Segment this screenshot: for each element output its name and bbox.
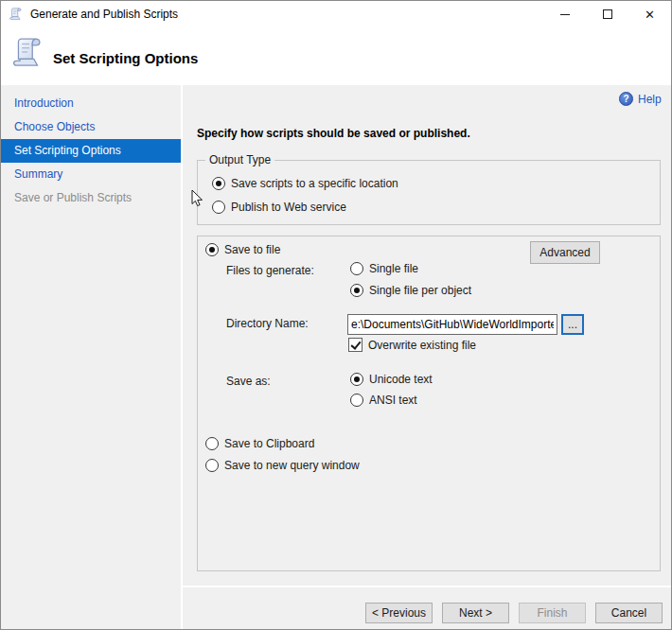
title-bar[interactable]: Generate and Publish Scripts ✕ (1, 1, 671, 27)
output-type-legend: Output Type (205, 153, 274, 166)
close-icon: ✕ (645, 9, 655, 21)
window-controls: ✕ (543, 1, 671, 27)
scroll-icon-large (10, 35, 46, 71)
directory-name-input[interactable] (347, 314, 557, 335)
minimize-button[interactable] (543, 1, 586, 27)
directory-name-label: Directory Name: (226, 317, 309, 330)
previous-button[interactable]: < Previous (365, 603, 433, 623)
radio-icon (350, 284, 363, 297)
radio-icon (205, 459, 219, 472)
checkbox-icon (348, 338, 363, 352)
sidebar-item-summary[interactable]: Summary (1, 163, 181, 186)
cancel-button[interactable]: Cancel (595, 603, 663, 623)
wizard-header: Set Scripting Options (1, 27, 671, 85)
help-link[interactable]: ? Help (619, 92, 662, 106)
sidebar-item-choose-objects[interactable]: Choose Objects (1, 115, 181, 139)
radio-unicode-text[interactable]: Unicode text (350, 373, 433, 386)
radio-single-file-per-object[interactable]: Single file per object (350, 284, 471, 297)
radio-icon (350, 394, 363, 407)
radio-save-scripts-location[interactable]: Save scripts to a specific location (212, 177, 398, 190)
advanced-button[interactable]: Advanced (530, 241, 600, 264)
footer-bar: < Previous Next > Finish Cancel (183, 587, 672, 630)
radio-save-to-file[interactable]: Save to file (205, 243, 280, 256)
generate-and-publish-scripts-dialog: Generate and Publish Scripts ✕ (0, 0, 672, 630)
save-as-label: Save as: (226, 375, 271, 388)
main-panel: ? Help Specify how scripts should be sav… (183, 85, 672, 586)
radio-ansi-text[interactable]: ANSI text (350, 394, 417, 407)
sidebar-item-save-or-publish[interactable]: Save or Publish Scripts (1, 186, 181, 210)
radio-save-to-new-query-window[interactable]: Save to new query window (205, 459, 360, 472)
save-options-group: Save to file Advanced Files to generate:… (197, 236, 661, 571)
radio-icon (212, 201, 225, 214)
radio-publish-web-service[interactable]: Publish to Web service (212, 201, 346, 214)
output-type-group: Output Type Save scripts to a specific l… (197, 160, 661, 225)
radio-save-to-clipboard[interactable]: Save to Clipboard (205, 437, 314, 450)
close-button[interactable]: ✕ (628, 1, 671, 27)
next-button[interactable]: Next > (442, 603, 509, 623)
radio-single-file[interactable]: Single file (350, 262, 418, 275)
sidebar-item-set-scripting-options[interactable]: Set Scripting Options (1, 139, 181, 163)
radio-icon (212, 177, 225, 190)
radio-icon (205, 437, 219, 450)
help-label: Help (638, 93, 662, 106)
minimize-icon (560, 14, 570, 15)
sidebar-item-introduction[interactable]: Introduction (1, 92, 181, 115)
page-instruction: Specify how scripts should be saved or p… (197, 127, 470, 140)
radio-icon (350, 373, 363, 386)
maximize-button[interactable] (586, 1, 628, 27)
page-title: Set Scripting Options (53, 50, 198, 66)
maximize-icon (603, 9, 612, 19)
radio-icon (350, 262, 363, 275)
window-title: Generate and Publish Scripts (30, 8, 178, 21)
wizard-steps-sidebar: Introduction Choose Objects Set Scriptin… (1, 85, 181, 629)
files-to-generate-label: Files to generate: (226, 264, 314, 277)
help-icon: ? (619, 92, 633, 106)
overwrite-existing-file-checkbox[interactable]: Overwrite existing file (348, 338, 476, 352)
finish-button: Finish (519, 603, 586, 623)
radio-icon (205, 243, 219, 256)
browse-button[interactable]: ... (561, 314, 584, 335)
scroll-icon (9, 7, 24, 22)
